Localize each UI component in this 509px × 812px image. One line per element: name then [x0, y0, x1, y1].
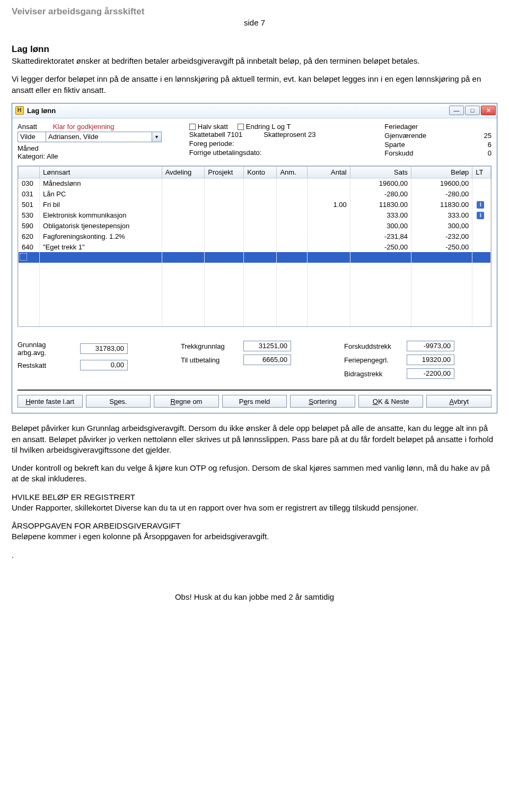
body-para-6: ÅRSOPPGAVEN FOR ARBEIDSGIVERAVGIFT Beløp…: [12, 521, 497, 542]
forskudd-label: Forskudd: [384, 149, 413, 158]
kategori-label: Kategori: Alle: [17, 152, 184, 160]
sparte-label: Sparte: [384, 141, 405, 150]
doc-header: Veiviser arbeidsgang årsskiftet: [12, 6, 497, 17]
intro-para-2: Vi legger derfor beløpet inn på de ansat…: [12, 74, 497, 96]
feriepengegrl-value: 19320,00: [407, 355, 454, 365]
table-row-empty: [19, 284, 491, 295]
payroll-table[interactable]: Lønnsart Avdeling Prosjekt Konto Anm. An…: [18, 166, 491, 327]
title-bar: Lag lønn — □ ✕: [12, 103, 497, 118]
table-row-empty: [19, 295, 491, 305]
body-para-3: Beløpet påvirker kun Grunnlag arbeidsgiv…: [12, 423, 497, 455]
restskatt-label: Restskatt: [17, 361, 76, 369]
table-row-empty: [19, 305, 491, 316]
th-sats: Sats: [350, 166, 411, 178]
hente-button[interactable]: Hente faste l.art: [17, 395, 83, 408]
trekkgrunnlag-label: Trekkgrunnlag: [181, 342, 239, 350]
feriedager-label: Feriedager: [384, 123, 492, 132]
ansatt-first-name[interactable]: Vilde: [17, 132, 46, 142]
table-row[interactable]: 530Elektronisk kommunikasjon333.00333.00…: [19, 210, 491, 220]
minimize-button[interactable]: —: [449, 106, 464, 115]
ansatt-full-name[interactable]: Adriansen, Vilde: [46, 132, 152, 142]
th-lt: LT: [472, 166, 491, 178]
th-code: [19, 166, 40, 178]
table-row[interactable]: 640"Eget trekk 1"-250,00-250,00: [19, 241, 491, 252]
ansatt-dropdown-arrow[interactable]: ▾: [152, 132, 162, 142]
th-antal: Antal: [308, 166, 350, 178]
body-para-4: Under kontroll og bekreft kan du velge å…: [12, 463, 497, 485]
endring-checkbox[interactable]: Endring L og T: [238, 123, 291, 131]
forrige-utb-label: Forrige utbetalingsdato:: [189, 149, 380, 158]
spes-button[interactable]: Spes.: [86, 395, 151, 408]
sortering-button[interactable]: Sortering: [290, 395, 355, 408]
intro-para-1: Skattedirektoratet ønsker at bedriften b…: [12, 56, 497, 66]
ansatt-label: Ansatt: [17, 123, 37, 131]
body-dot: .: [12, 550, 497, 560]
gjenvaerende-label: Gjenværende: [384, 132, 426, 141]
endring-label: Endring L og T: [246, 123, 291, 131]
grunnlag-label: Grunnlag arbg.avg.: [17, 341, 76, 357]
section-title: Lag lønn: [12, 44, 497, 55]
table-row-empty: [19, 273, 491, 284]
th-belop: Beløp: [411, 166, 472, 178]
foreg-periode-label: Foreg periode:: [189, 140, 380, 149]
table-row-selected[interactable]: [19, 252, 491, 263]
close-button[interactable]: ✕: [481, 106, 496, 115]
maximize-button[interactable]: □: [465, 106, 480, 115]
forskuddstrekk-label: Forskuddstrekk: [344, 342, 402, 350]
th-konto: Konto: [244, 166, 277, 178]
th-anm: Anm.: [277, 166, 308, 178]
avbryt-button[interactable]: Avbryt: [426, 395, 492, 408]
app-window: Lag lønn — □ ✕ Ansatt Klar for godkjenni…: [12, 103, 497, 414]
status-label: Klar for godkjenning: [53, 123, 115, 131]
app-icon: [15, 106, 24, 115]
table-row[interactable]: 620Fagforeningskonting. 1.2%-231,84-232,…: [19, 231, 491, 241]
trekkgrunnlag-value: 31251,00: [243, 341, 291, 351]
tilutbetaling-value: 6665,00: [243, 355, 291, 365]
skatteprosent-label: Skatteprosent 23: [264, 131, 315, 140]
halv-skatt-checkbox[interactable]: Halv skatt: [189, 123, 228, 131]
body-para-5: HVILKE BELØP ER REGISTRERT Under Rapport…: [12, 492, 497, 514]
tilutbetaling-label: Til utbetaling: [181, 356, 239, 364]
page-number: side 7: [12, 18, 497, 27]
maned-label: Måned: [17, 144, 184, 152]
info-icon[interactable]: i: [477, 201, 484, 209]
feriepengegrl-label: Feriepengegrl.: [344, 356, 402, 364]
table-row-empty: [19, 263, 491, 273]
regne-om-button[interactable]: Regne om: [154, 395, 219, 408]
th-avdeling: Avdeling: [162, 166, 205, 178]
forskudd-value: 0: [488, 149, 492, 158]
halv-skatt-label: Halv skatt: [198, 123, 228, 131]
table-row[interactable]: 501Fri bil1.0011830.0011830.00i: [19, 199, 491, 210]
table-row[interactable]: 590Obligatorisk tjenestepensjon300,00300…: [19, 220, 491, 231]
th-prosjekt: Prosjekt: [205, 166, 244, 178]
skattetabell-label: Skattetabell 7101: [189, 131, 242, 140]
table-row[interactable]: 030Månedslønn19600,0019600,00: [19, 178, 491, 188]
grunnlag-value: 31783,00: [80, 343, 128, 354]
gjenvaerende-value: 25: [484, 132, 492, 141]
footer-note: Obs! Husk at du kan jobbe med 2 år samti…: [12, 592, 497, 601]
window-title: Lag lønn: [27, 107, 56, 115]
pers-meld-button[interactable]: Pers meld: [222, 395, 287, 408]
bidragstrekk-value: -2200,00: [407, 368, 454, 379]
info-icon[interactable]: i: [477, 212, 484, 219]
table-row[interactable]: 031Lån PC-280,00-280,00: [19, 188, 491, 199]
th-lonnsart: Lønnsart: [40, 166, 162, 178]
ok-neste-button[interactable]: OK & Neste: [358, 395, 424, 408]
sparte-value: 6: [488, 141, 492, 150]
table-row-empty: [19, 316, 491, 326]
forskuddstrekk-value: -9973,00: [407, 341, 454, 351]
bidragstrekk-label: Bidragstrekk: [344, 370, 402, 378]
restskatt-value: 0,00: [80, 360, 128, 370]
